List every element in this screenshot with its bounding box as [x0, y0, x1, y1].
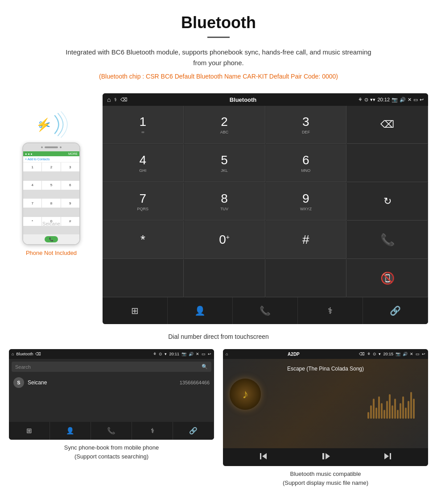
a2dp-caption: Bluetooth music compatible(Support displ… — [283, 470, 368, 487]
phone-call-button: 📞 — [45, 236, 58, 242]
dial-key-reload[interactable]: ↻ — [347, 183, 428, 221]
dial-key-empty-5a — [103, 259, 184, 297]
pb-nav-bt[interactable]: ⚕ — [132, 422, 173, 440]
pb-search-placeholder: Search — [15, 364, 31, 370]
dial-key-2[interactable]: 2 ABC — [184, 106, 265, 144]
dial-key-call[interactable]: 📞 — [347, 221, 428, 259]
phone-add-contact: + Add to Contacts — [23, 156, 79, 162]
bottom-nav-phone[interactable]: 📞 — [233, 297, 298, 324]
a2dp-screen-title: A2DP — [230, 352, 357, 357]
phone-mockup: ● ● ● MORE + Add to Contacts 1 2 3 4 5 6… — [22, 142, 80, 245]
bluetooth-signal-graphic: ✂ ⚡ — [33, 111, 69, 138]
dial-key-delete[interactable]: ⌫ — [347, 106, 428, 144]
title-divider — [207, 37, 230, 38]
back-icon[interactable]: ↩ — [420, 97, 424, 103]
prev-button[interactable] — [259, 452, 268, 462]
dial-key-empty-5b — [184, 259, 265, 297]
a2dp-loc: ⊙ — [373, 352, 376, 356]
a2dp-song-title: Escape (The Pina Colada Song) — [287, 366, 364, 372]
person-icon: 👤 — [194, 305, 206, 316]
play-pause-button[interactable] — [321, 452, 330, 462]
pb-window: ▭ — [202, 352, 206, 356]
link-icon: 🔗 — [390, 305, 401, 316]
dial-key-6[interactable]: 6 MNO — [266, 144, 347, 182]
svg-rect-4 — [322, 453, 324, 459]
prev-icon — [259, 452, 268, 461]
pb-status-bar: ⌂ Bluetooth ⌫ ⚘ ⊙ ▾ 20:11 📷 🔊 ✕ ▭ ↩ — [9, 349, 214, 359]
signal-icon: ▾▾ — [370, 97, 375, 103]
bottom-nav-contacts[interactable]: 👤 — [168, 297, 233, 324]
svg-marker-5 — [326, 453, 330, 459]
phone-top-bar — [23, 143, 79, 151]
dial-key-0[interactable]: 0+ — [184, 221, 265, 259]
bluetooth-icon: ⚕ — [328, 305, 333, 316]
grid-icon: ⊞ — [131, 305, 139, 316]
pb-bottom-nav: ⊞ 👤 📞 ⚕ 🔗 — [9, 422, 214, 440]
a2dp-cam: 📷 — [396, 352, 400, 356]
status-icons: ⚘ ⊙ ▾▾ 20:12 📷 🔊 ✕ ▭ ↩ — [358, 97, 424, 103]
a2dp-panel: ⌂ A2DP ⌫ ⚘ ⊙ ▾ 20:15 📷 🔊 ✕ ▭ ↩ Escape (T… — [223, 349, 428, 487]
dial-key-7[interactable]: 7 PQRS — [103, 183, 184, 221]
dial-key-empty-2 — [347, 144, 428, 182]
svg-rect-3 — [260, 453, 261, 459]
svg-marker-2 — [262, 453, 267, 459]
pb-nav-person[interactable]: 👤 — [50, 422, 91, 440]
pb-back[interactable]: ↩ — [208, 352, 211, 356]
pb-spacer — [9, 391, 214, 422]
phonebook-screen: ⌂ Bluetooth ⌫ ⚘ ⊙ ▾ 20:11 📷 🔊 ✕ ▭ ↩ Sear… — [9, 349, 214, 440]
dial-key-1[interactable]: 1 ∞ — [103, 106, 184, 144]
phone-section: ✂ ⚡ ● ● ● MORE + Add to Contac — [9, 93, 94, 256]
dial-key-star[interactable]: * — [103, 221, 184, 259]
dial-key-end-call[interactable]: 📵 — [347, 259, 428, 297]
a2dp-usb: ⌫ — [359, 352, 365, 356]
a2dp-win: ▭ — [416, 352, 420, 356]
dial-key-8[interactable]: 8 TUV — [184, 183, 265, 221]
dial-key-4[interactable]: 4 GHI — [103, 144, 184, 182]
bluetooth-icon: ⚕ — [151, 427, 154, 435]
grid-icon: ⊞ — [26, 427, 32, 435]
home-icon[interactable]: ⌂ — [107, 96, 111, 103]
phone-speaker — [45, 146, 58, 148]
page-header: Bluetooth Integrated with BC6 Bluetooth … — [0, 0, 437, 93]
window-icon: ▭ — [413, 97, 418, 103]
dialpad-grid: 1 ∞ 2 ABC 3 DEF ⌫ 4 GHI 5 JKL — [103, 106, 428, 297]
pb-camera: 📷 — [181, 352, 186, 356]
a2dp-screen: ⌂ A2DP ⌫ ⚘ ⊙ ▾ 20:15 📷 🔊 ✕ ▭ ↩ Escape (T… — [223, 349, 428, 466]
music-note-icon: ♪ — [242, 387, 248, 401]
a2dp-bt: ⚘ — [367, 352, 371, 356]
pb-home-icon[interactable]: ⌂ — [12, 352, 14, 356]
dial-bottom-nav: ⊞ 👤 📞 ⚕ 🔗 — [103, 297, 428, 324]
pb-contact-row[interactable]: S Seicane 13566664466 — [9, 375, 214, 391]
a2dp-time: 20:15 — [383, 352, 393, 356]
a2dp-controls — [223, 448, 428, 466]
pb-nav-grid[interactable]: ⊞ — [9, 422, 50, 440]
phonebook-panel: ⌂ Bluetooth ⌫ ⚘ ⊙ ▾ 20:11 📷 🔊 ✕ ▭ ↩ Sear… — [9, 349, 214, 487]
pb-nav-phone[interactable]: 📞 — [91, 422, 132, 440]
dial-key-9[interactable]: 9 WXYZ — [266, 183, 347, 221]
a2dp-back[interactable]: ↩ — [422, 352, 425, 356]
pb-contact-avatar: S — [13, 377, 24, 388]
a2dp-album-art: ♪ — [230, 379, 261, 410]
camera-icon: 📷 — [392, 97, 398, 103]
next-button[interactable] — [383, 452, 392, 462]
a2dp-waveform — [367, 392, 415, 419]
delete-icon: ⌫ — [380, 119, 394, 130]
pb-nav-link[interactable]: 🔗 — [173, 422, 214, 440]
dial-key-3[interactable]: 3 DEF — [266, 106, 347, 144]
dial-key-5[interactable]: 5 JKL — [184, 144, 265, 182]
pb-close: ✕ — [196, 352, 199, 356]
pb-contact-name: Seicane — [28, 379, 47, 386]
bottom-nav-grid[interactable]: ⊞ — [103, 297, 168, 324]
usb-icon: ⌫ — [120, 97, 128, 103]
bottom-nav-bluetooth[interactable]: ⚕ — [298, 297, 363, 324]
pb-bt-label: Bluetooth — [16, 352, 33, 356]
dial-key-hash[interactable]: # — [266, 221, 347, 259]
a2dp-home-icon[interactable]: ⌂ — [226, 352, 228, 356]
location-icon: ⊙ — [364, 97, 368, 103]
pb-contact-number: 13566664466 — [180, 380, 210, 385]
pb-search-bar[interactable]: Search 🔍 — [12, 362, 211, 372]
bottom-nav-link[interactable]: 🔗 — [363, 297, 428, 324]
car-dial-screen: ⌂ ⚕ ⌫ Bluetooth ⚘ ⊙ ▾▾ 20:12 📷 🔊 ✕ ▭ ↩ 1… — [103, 93, 428, 324]
bluetooth-signal-svg: ✂ ⚡ — [33, 111, 69, 138]
volume-icon: 🔊 — [400, 97, 406, 103]
